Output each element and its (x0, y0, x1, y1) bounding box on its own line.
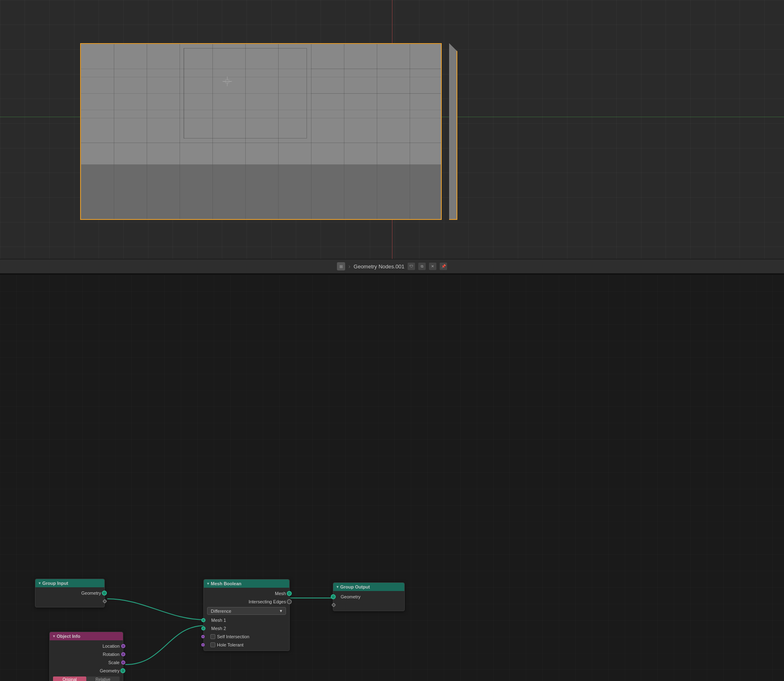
3d-mesh-object (72, 43, 450, 220)
mesh-boolean-intersecting-label: Intersecting Edges (249, 599, 286, 604)
self-intersection-checkbox[interactable] (210, 634, 215, 639)
group-output-geometry-row: Geometry (333, 593, 404, 601)
shield-icon[interactable]: 🛡 (408, 263, 415, 270)
chevron-icon: ▾ (53, 634, 55, 638)
object-info-rotation-row: Rotation (50, 650, 123, 658)
chevron-icon: ▾ (207, 582, 209, 586)
object-info-location-label: Location (102, 644, 120, 649)
mesh-boolean-mesh-out-label: Mesh (275, 591, 286, 596)
group-output-node: ▾ Group Output Geometry (333, 582, 405, 611)
toolbar-divider: › (348, 263, 350, 270)
group-output-geometry-label: Geometry (337, 594, 360, 599)
mesh-boolean-node: ▾ Mesh Boolean Mesh Intersecting Edges D… (203, 579, 290, 651)
toolbar-title: Geometry Nodes.001 (354, 263, 405, 270)
pin-icon[interactable]: 📌 (440, 263, 447, 270)
object-info-rotation-socket[interactable] (121, 652, 125, 656)
mesh-extra-h2 (311, 93, 441, 94)
mesh-boolean-dropdown[interactable]: Difference ▾ (207, 607, 286, 615)
group-output-header: ▾ Group Output (333, 583, 404, 591)
mesh-boolean-mesh-out-socket[interactable] (287, 591, 292, 596)
mesh-boolean-self-row: Self Intersection (204, 633, 289, 641)
close-icon[interactable]: ✕ (429, 263, 436, 270)
group-output-extra-row (333, 601, 404, 609)
crosshair (222, 76, 232, 86)
object-info-rotation-label: Rotation (103, 652, 120, 657)
group-output-geometry-socket[interactable] (331, 594, 336, 599)
object-info-scale-row: Scale (50, 658, 123, 667)
group-output-body: Geometry (333, 591, 404, 611)
object-info-geometry-row: Geometry (50, 667, 123, 675)
mesh-boolean-header: ▾ Mesh Boolean (204, 579, 289, 588)
mesh-boolean-mesh2-socket[interactable] (201, 626, 205, 630)
object-info-node: ▾ Object Info Location Rotation Scale Ge… (49, 632, 123, 681)
group-input-title: Group Input (42, 581, 68, 586)
mesh-boolean-hole-row: Hole Tolerant (204, 641, 289, 649)
chevron-down-icon: ▾ (280, 608, 282, 614)
group-input-extra-row (35, 597, 104, 605)
object-info-scale-label: Scale (108, 660, 120, 665)
mesh-right-face (449, 43, 457, 220)
group-input-header: ▾ Group Input (35, 579, 104, 587)
mesh-boolean-intersecting-row: Intersecting Edges (204, 598, 289, 606)
chevron-icon: ▾ (337, 585, 339, 589)
mesh-inner-rect (184, 48, 307, 139)
mesh-boolean-mesh1-label: Mesh 1 (207, 618, 226, 623)
mesh-boolean-title: Mesh Boolean (211, 581, 242, 586)
group-output-title: Group Output (340, 584, 370, 589)
mesh-boolean-mesh1-row: Mesh 1 (204, 616, 289, 624)
object-info-body: Location Rotation Scale Geometry Origina… (50, 640, 123, 681)
mesh-boolean-mesh2-row: Mesh 2 (204, 624, 289, 633)
mesh-boolean-intersecting-socket[interactable] (287, 599, 292, 604)
object-info-mode-buttons: Original Relative (53, 676, 120, 681)
chevron-icon: ▾ (39, 581, 41, 585)
group-input-body: Geometry (35, 587, 104, 607)
mesh-boolean-mesh-out-row: Mesh (204, 589, 289, 598)
mesh-boolean-hole-socket[interactable] (201, 643, 205, 646)
3d-viewport[interactable] (0, 0, 784, 259)
mesh-boolean-mesh2-label: Mesh 2 (207, 626, 226, 631)
mesh-front-face (80, 164, 442, 220)
object-info-scale-socket[interactable] (121, 660, 125, 665)
node-editor-grid (0, 275, 784, 681)
mesh-notch-vline (184, 48, 184, 139)
group-input-geometry-socket[interactable] (102, 591, 107, 596)
mesh-boolean-dropdown-value: Difference (211, 609, 231, 614)
hole-tolerant-checkbox[interactable] (210, 642, 215, 647)
mesh-extra-h1 (311, 69, 441, 69)
mesh-boolean-self-label: Self Intersection (217, 634, 249, 639)
node-editor-toolbar: ⊞ › Geometry Nodes.001 🛡 ⧉ ✕ 📌 (0, 259, 784, 274)
object-info-geometry-socket[interactable] (120, 668, 125, 673)
mesh-boolean-self-socket[interactable] (201, 635, 205, 638)
mesh-boolean-hole-label: Hole Tolerant (217, 642, 244, 647)
mesh-boolean-mesh1-socket[interactable] (201, 618, 205, 622)
svg-rect-4 (226, 80, 229, 83)
group-input-node: ▾ Group Input Geometry (35, 579, 105, 607)
group-input-geometry-row: Geometry (35, 589, 104, 597)
object-info-location-row: Location (50, 642, 123, 650)
object-info-title: Object Info (57, 634, 80, 639)
mesh-boolean-body: Mesh Intersecting Edges Difference ▾ Mes… (204, 588, 289, 651)
object-info-header: ▾ Object Info (50, 632, 123, 640)
object-info-location-socket[interactable] (121, 644, 125, 648)
node-editor-icon: ⊞ (337, 262, 345, 270)
node-editor[interactable]: ▾ Group Input Geometry ▾ Object Info Loc… (0, 275, 784, 681)
object-info-geometry-label: Geometry (100, 668, 120, 673)
group-input-geometry-label: Geometry (81, 591, 101, 596)
copy-icon[interactable]: ⧉ (418, 263, 426, 270)
relative-button[interactable]: Relative (86, 676, 120, 681)
original-button[interactable]: Original (53, 676, 86, 681)
mesh-top-face (80, 43, 442, 166)
